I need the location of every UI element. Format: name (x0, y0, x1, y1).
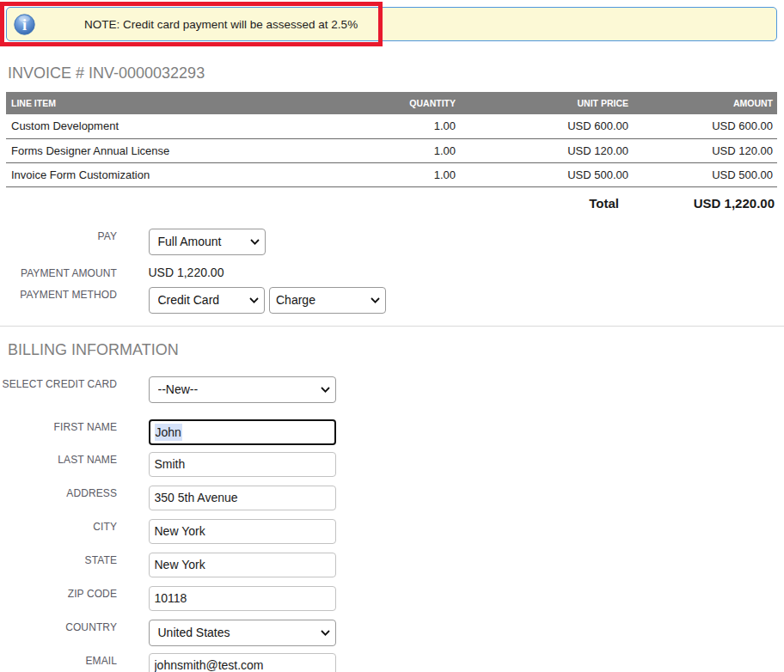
info-icon: i (14, 14, 35, 35)
table-row: Custom Development 1.00 USD 600.00 USD 6… (6, 114, 777, 138)
address-row: ADDRESS (0, 486, 784, 510)
charge-select-wrap: Charge (269, 287, 386, 314)
zip-code-row: ZIP CODE (0, 586, 784, 611)
credit-card-note: i NOTE: Credit card payment will be asse… (6, 7, 777, 41)
note-text: NOTE: Credit card payment will be assess… (84, 18, 358, 31)
col-line-item: LINE ITEM (6, 92, 376, 114)
cell-amount: USD 500.00 (633, 163, 777, 187)
payment-method-select[interactable]: Credit Card (149, 287, 266, 314)
cell-line-item: Forms Designer Annual License (6, 138, 376, 162)
payment-amount-label: PAYMENT AMOUNT (0, 264, 117, 279)
pay-select[interactable]: Full Amount (149, 229, 266, 255)
first-name-row: FIRST NAME John (0, 419, 784, 445)
col-quantity: QUANTITY (376, 92, 460, 114)
state-label: STATE (0, 553, 117, 567)
notice-area: i NOTE: Credit card payment will be asse… (0, 0, 784, 62)
payment-method-select-wrap: Credit Card (149, 287, 266, 314)
billing-section: SELECT CREDIT CARD --New-- FIRST NAME Jo… (0, 376, 784, 672)
cell-quantity: 1.00 (376, 114, 460, 138)
payment-section: PAY Full Amount PAYMENT AMOUNT USD 1,220… (0, 229, 784, 314)
credit-card-select[interactable]: --New-- (149, 376, 337, 403)
charge-select[interactable]: Charge (269, 287, 386, 314)
payment-amount-row: PAYMENT AMOUNT USD 1,220.00 (0, 264, 784, 282)
cell-amount: USD 120.00 (633, 138, 777, 162)
pay-select-wrap: Full Amount (149, 229, 266, 255)
country-label: COUNTRY (0, 620, 117, 634)
pay-label: PAY (0, 229, 117, 243)
col-amount: AMOUNT (633, 92, 777, 114)
city-row: CITY (0, 519, 784, 544)
table-row: Invoice Form Customization 1.00 USD 500.… (6, 163, 777, 187)
billing-title: BILLING INFORMATION (8, 339, 784, 361)
select-credit-card-label: SELECT CREDIT CARD (0, 376, 117, 391)
pay-row: PAY Full Amount (0, 229, 784, 255)
credit-card-select-wrap: --New-- (149, 376, 337, 403)
last-name-label: LAST NAME (0, 452, 117, 467)
country-select[interactable]: United States (149, 620, 337, 646)
country-select-wrap: United States (149, 620, 337, 646)
state-input[interactable] (149, 553, 337, 577)
country-row: COUNTRY United States (0, 620, 784, 646)
address-input[interactable] (149, 486, 337, 510)
cell-quantity: 1.00 (376, 138, 460, 162)
cell-quantity: 1.00 (376, 163, 460, 187)
zip-code-label: ZIP CODE (0, 586, 117, 601)
total-label: Total (589, 194, 619, 212)
col-unit-price: UNIT PRICE (460, 92, 633, 114)
email-label: EMAIL (0, 653, 117, 668)
zip-code-input[interactable] (149, 586, 337, 611)
payment-method-label: PAYMENT METHOD (0, 287, 117, 302)
address-label: ADDRESS (0, 486, 117, 500)
payment-method-row: PAYMENT METHOD Credit Card Charge (0, 287, 784, 314)
state-row: STATE (0, 553, 784, 577)
payment-page: i NOTE: Credit card payment will be asse… (0, 0, 784, 672)
total-amount: USD 1,220.00 (694, 194, 775, 212)
cell-unit-price: USD 600.00 (460, 114, 633, 138)
payment-amount-value: USD 1,220.00 (149, 264, 224, 282)
last-name-input[interactable] (149, 452, 337, 477)
first-name-input[interactable]: John (149, 419, 337, 445)
svg-text:i: i (22, 16, 27, 34)
last-name-row: LAST NAME (0, 452, 784, 477)
cell-line-item: Custom Development (6, 114, 376, 138)
line-items-table: LINE ITEM QUANTITY UNIT PRICE AMOUNT Cus… (6, 92, 777, 187)
select-credit-card-row: SELECT CREDIT CARD --New-- (0, 376, 784, 403)
cell-unit-price: USD 500.00 (460, 163, 633, 187)
city-input[interactable] (149, 519, 337, 544)
section-divider (0, 326, 784, 327)
selected-text: John (155, 424, 182, 441)
cell-unit-price: USD 120.00 (460, 138, 633, 162)
first-name-label: FIRST NAME (0, 419, 117, 434)
invoice-title: INVOICE # INV-0000032293 (8, 62, 784, 84)
table-row: Forms Designer Annual License 1.00 USD 1… (6, 138, 777, 162)
email-input[interactable] (149, 653, 337, 672)
cell-amount: USD 600.00 (633, 114, 777, 138)
email-row: EMAIL (0, 653, 784, 672)
table-header-row: LINE ITEM QUANTITY UNIT PRICE AMOUNT (6, 92, 777, 114)
city-label: CITY (0, 519, 117, 534)
cell-line-item: Invoice Form Customization (6, 163, 376, 187)
totals-row: Total USD 1,220.00 (6, 187, 777, 214)
